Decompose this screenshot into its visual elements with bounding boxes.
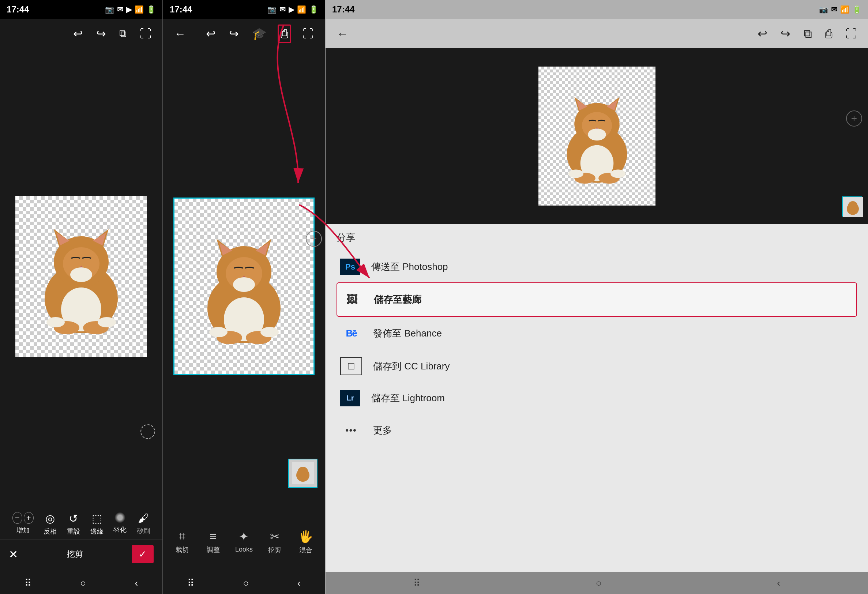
nav-back-p1[interactable]: ‹ [128,575,146,592]
invert-label: 反相 [44,527,57,536]
edge-icon: ⬚ [92,512,102,525]
status-icons-p3: 📷 ✉ 📶 🔋 [819,5,861,14]
looks-icon: ✦ [239,530,249,544]
canvas-border-p2 [173,198,314,375]
nav-back-p3[interactable]: ‹ [770,575,788,592]
crop-icon: ⌗ [179,530,186,543]
undo-icon-p3[interactable]: ↩ [755,25,770,43]
tool-edge[interactable]: ⬚ 邊緣 [90,512,103,536]
invert-icon: ◎ [45,512,55,525]
more-icon: ••• [340,421,362,439]
redo-icon-p1[interactable]: ↪ [94,25,108,43]
time-p2: 17:44 [170,4,192,15]
add-layer-button-p2[interactable]: + [306,231,322,247]
redo-icon-p3[interactable]: ↪ [778,25,793,43]
tool-feather[interactable]: 羽化 [114,512,127,536]
status-bar-p2: 17:44 📷 ✉ ▶ 📶 🔋 [163,0,325,19]
cutout-tools-row: − + 增加 ◎ 反相 ↺ 重設 ⬚ 邊緣 [0,508,162,540]
svg-point-26 [209,327,227,337]
tool-cutout[interactable]: ✂ 挖剪 [262,530,288,570]
mix-icon: 🖐 [298,530,313,544]
time-p3: 17:44 [332,4,354,15]
svg-point-30 [298,467,308,476]
tool-brush[interactable]: 🖌 矽刷 [137,512,150,536]
nav-bar-p2: ⠿ ○ ‹ [163,572,325,594]
tool-adjust[interactable]: ≡ 調整 [201,530,226,570]
brush-tool-indicator [140,424,155,439]
back-icon-p3[interactable]: ← [334,25,350,43]
svg-point-43 [568,169,583,178]
nav-menu-p1[interactable]: ⠿ [17,575,39,592]
share-item-more[interactable]: ••• 更多 [337,414,857,446]
status-icons-p2: 📷 ✉ ▶ 📶 🔋 [267,5,318,14]
cutout-label: 挖剪 [268,546,281,554]
svg-point-23 [233,277,255,292]
expand-icon-p3[interactable]: ⛶ [843,25,859,43]
nav-menu-p2[interactable]: ⠿ [180,575,202,592]
add-layer-button-p3[interactable]: + [846,111,862,127]
stamp-icon-p2[interactable]: 🎓 [250,25,269,43]
share-item-photoshop[interactable]: Ps 傳送至 Photoshop [337,251,857,282]
bottom-toolbar-p1: − + 增加 ◎ 反相 ↺ 重設 ⬚ 邊緣 [0,505,162,572]
canvas-area-p1 [0,48,162,505]
cc-library-label: 儲存到 CC Library [373,360,450,373]
undo-icon-p1[interactable]: ↩ [71,25,85,43]
nav-menu-p3[interactable]: ⠿ [406,575,428,592]
nav-back-p2[interactable]: ‹ [290,575,308,592]
top-toolbar-p3: ← ↩ ↪ ⧉ ⎙ ⛶ [326,19,868,48]
cancel-button-p1[interactable]: ✕ [9,548,18,561]
reset-label: 重設 [67,527,80,536]
share-item-cc-library[interactable]: □ 儲存到 CC Library [337,350,857,383]
gallery-icon: 🖼 [341,290,363,309]
expand-icon-p1[interactable]: ⛶ [137,25,154,43]
svg-point-44 [611,169,626,178]
redo-icon-p2[interactable]: ↪ [227,25,241,43]
status-icons-p1: 📷 ✉ ▶ 📶 🔋 [105,5,156,14]
confirm-button-p1[interactable]: ✓ [132,545,154,563]
tool-looks[interactable]: ✦ Looks [231,530,257,570]
feather-icon [115,512,125,523]
tool-add[interactable]: − + 增加 [12,512,34,536]
bottom-toolbar-p2: ⌗ 裁切 ≡ 調整 ✦ Looks ✂ 挖剪 🖐 混合 [163,525,325,572]
share-icon-p2[interactable]: ⎙ [278,25,291,43]
nav-home-p1[interactable]: ○ [73,575,93,592]
svg-point-13 [97,317,116,327]
tool-crop[interactable]: ⌗ 裁切 [169,530,195,570]
photoshop-icon: Ps [340,259,360,275]
feather-label: 羽化 [114,525,127,534]
share-item-lightroom[interactable]: Lr 儲存至 Lightroom [337,383,857,414]
toolbar-right-p3: ↩ ↪ ⧉ ⎙ ⛶ [755,25,859,43]
main-tools-row: ⌗ 裁切 ≡ 調整 ✦ Looks ✂ 挖剪 🖐 混合 [163,525,325,572]
toolbar-right-p2: ↩ ↪ 🎓 ⎙ ⛶ [204,25,316,43]
tool-invert[interactable]: ◎ 反相 [44,512,57,536]
undo-icon-p2[interactable]: ↩ [204,25,218,43]
svg-point-9 [70,267,92,282]
lightroom-icon: Lr [340,390,360,406]
layers-icon-p3[interactable]: ⧉ [802,25,814,43]
reset-icon: ↺ [69,512,78,525]
brush-label: 矽刷 [137,527,150,535]
share-icon-p3[interactable]: ⎙ [823,25,834,43]
canvas-area-p2: + [163,48,325,525]
svg-point-47 [848,201,858,210]
layers-icon-p1[interactable]: ⧉ [117,26,129,42]
status-bar-p3: 17:44 📷 ✉ 📶 🔋 [326,0,868,19]
transparent-canvas-p2 [174,199,313,374]
expand-icon-p2[interactable]: ⛶ [300,25,316,43]
nav-home-p3[interactable]: ○ [589,575,609,592]
nav-home-p2[interactable]: ○ [236,575,256,592]
svg-point-12 [46,317,65,327]
nav-bar-p1: ⠿ ○ ‹ [0,572,162,594]
time-p1: 17:44 [7,4,29,15]
share-item-behance[interactable]: Bē 發佈至 Behance [337,317,857,350]
tool-reset[interactable]: ↺ 重設 [67,512,80,536]
tool-mix[interactable]: 🖐 混合 [293,530,319,570]
back-icon-p2[interactable]: ← [172,25,188,43]
photoshop-label: 傳送至 Photoshop [371,260,448,273]
share-title: 分享 [337,231,857,244]
layer-thumbnail-p2[interactable] [288,459,317,488]
share-item-gallery[interactable]: 🖼 儲存至藝廊 [337,282,857,317]
layer-thumbnail-p3[interactable] [842,197,862,217]
mode-label-p1: 挖剪 [67,549,83,560]
brush-icon: 🖌 [138,512,149,525]
